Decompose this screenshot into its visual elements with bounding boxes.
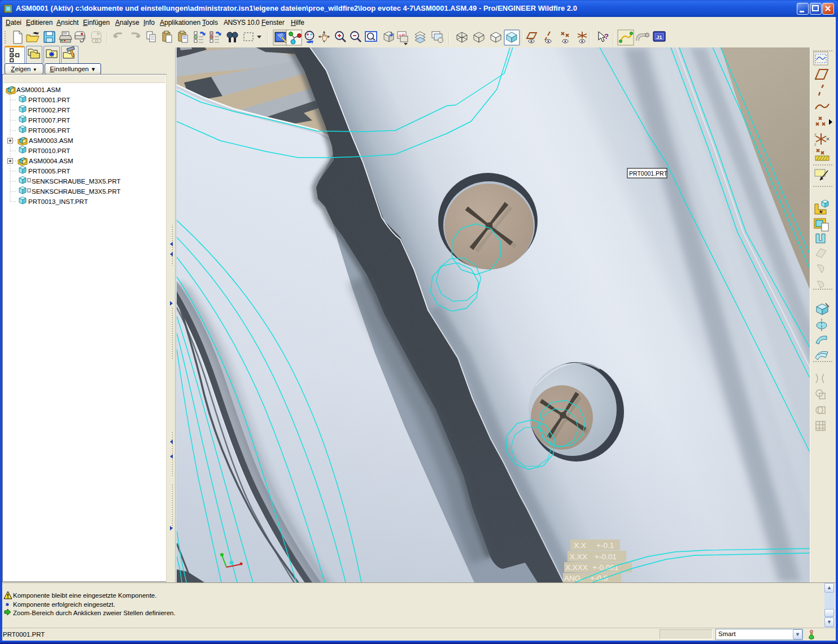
svg-text:PRT0013_INST.PRT: PRT0013_INST.PRT	[28, 198, 88, 205]
svg-text:ASM0001.ASM: ASM0001.ASM	[16, 86, 61, 93]
svg-text:SENKSCHRAUBE_M3X5.PRT: SENKSCHRAUBE_M3X5.PRT	[32, 188, 121, 195]
svg-text:SENKSCHRAUBE_M3X5.PRT: SENKSCHRAUBE_M3X5.PRT	[32, 178, 121, 185]
svg-text:ANG.: ANG.	[564, 574, 583, 582]
svg-text:?: ?	[604, 32, 609, 41]
svg-text:ASM0004.ASM: ASM0004.ASM	[29, 158, 73, 164]
svg-text:+-0.1: +-0.1	[596, 541, 614, 550]
svg-text:PRT0005.PRT: PRT0005.PRT	[28, 168, 70, 175]
svg-text:J1: J1	[656, 34, 662, 40]
svg-text:X.XX: X.XX	[570, 552, 587, 561]
svg-text:PRT0007.PRT: PRT0007.PRT	[28, 117, 70, 124]
svg-text:+-0.01: +-0.01	[595, 552, 617, 561]
svg-text:PRT0002.PRT: PRT0002.PRT	[28, 107, 70, 114]
svg-text:y: y	[814, 132, 817, 137]
svg-text:z: z	[814, 142, 817, 146]
svg-text:ASM0003.ASM: ASM0003.ASM	[29, 137, 73, 144]
svg-text:PRT0001.PRT: PRT0001.PRT	[28, 97, 70, 103]
svg-text:X.XXX: X.XXX	[565, 563, 588, 572]
svg-text:PRT0001.PRT: PRT0001.PRT	[629, 170, 667, 177]
svg-text:PRT0010.PRT: PRT0010.PRT	[28, 147, 70, 154]
svg-text:PRT0006.PRT: PRT0006.PRT	[28, 127, 70, 134]
svg-text:X.X: X.X	[574, 541, 586, 550]
